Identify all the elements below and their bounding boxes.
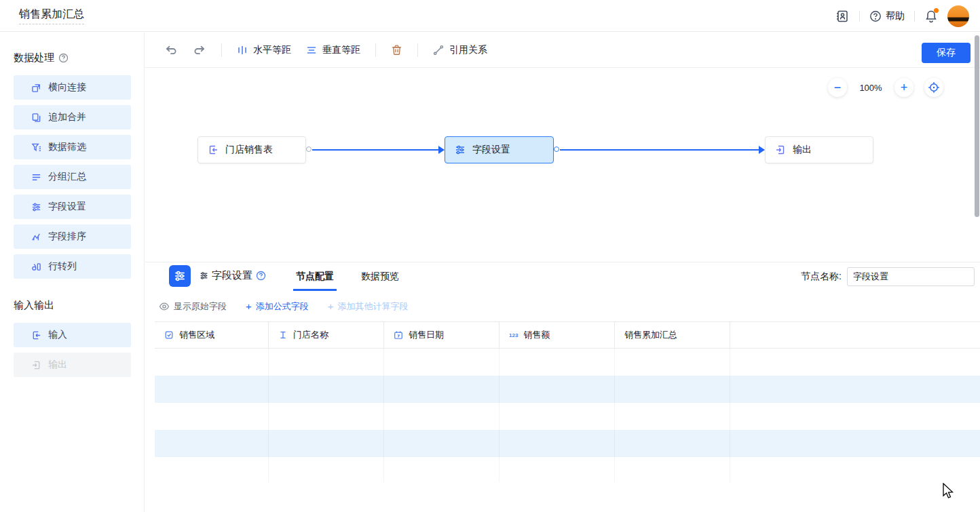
- table-cell: [730, 403, 980, 430]
- panel-header: 字段设置 节点配置 数据预览 节点名称:: [145, 262, 980, 291]
- contact-book-icon[interactable]: [835, 9, 850, 24]
- sidebar-item-field-sort[interactable]: 字段排序: [14, 224, 131, 249]
- sidebar-item-label: 字段排序: [48, 231, 86, 243]
- sidebar-item-group-summary[interactable]: 分组汇总: [14, 165, 131, 189]
- table-cell: [500, 349, 615, 376]
- column-header-store-name[interactable]: 门店名称: [269, 322, 384, 348]
- sidebar-item-output: 输出: [14, 353, 131, 377]
- sidebar-item-label: 行转列: [48, 260, 77, 273]
- edge-arrowhead: [759, 146, 765, 154]
- horizontal-spacing-button[interactable]: 水平等距: [237, 44, 291, 56]
- table-row: [155, 349, 980, 376]
- zoom-level: 100%: [858, 83, 884, 93]
- table-cell: [269, 376, 384, 403]
- sidebar-item-input[interactable]: 输入: [14, 323, 131, 347]
- number-field-icon: 123: [509, 332, 518, 338]
- zoom-in-button[interactable]: +: [894, 78, 913, 97]
- column-label: 销售日期: [409, 329, 444, 341]
- column-header-sales-date[interactable]: 销售日期: [384, 322, 500, 348]
- column-header-filler: [730, 322, 980, 348]
- table-cell: [155, 403, 269, 430]
- sidebar-item-join[interactable]: 横向连接: [14, 75, 131, 100]
- add-formula-field-button[interactable]: + 添加公式字段: [246, 300, 309, 313]
- output-port[interactable]: [554, 146, 559, 152]
- table-cell: [615, 457, 730, 482]
- redo-icon[interactable]: [193, 43, 206, 57]
- help-icon[interactable]: [256, 271, 266, 281]
- reference-relation-label: 引用关系: [449, 44, 487, 56]
- plus-icon: +: [246, 300, 252, 312]
- edge-fieldsettings-to-output: [560, 149, 764, 151]
- divider: [375, 43, 376, 57]
- node-name-input[interactable]: [847, 267, 975, 286]
- output-port[interactable]: [306, 146, 312, 152]
- sidebar-item-append[interactable]: 追加合并: [14, 105, 131, 130]
- flow-canvas[interactable]: − 100% +: [145, 68, 980, 262]
- zoom-controls: − 100% +: [828, 78, 943, 97]
- zoom-out-button[interactable]: −: [828, 78, 847, 97]
- save-button[interactable]: 保存: [922, 43, 970, 63]
- show-original-fields-button[interactable]: 显示原始字段: [159, 300, 227, 313]
- sidebar-section-data-processing: 数据处理: [14, 52, 54, 64]
- sidebar-item-pivot[interactable]: 行转列: [14, 254, 131, 279]
- main-area: 水平等距 垂直等距 引用关系: [145, 33, 980, 512]
- scrollbar-thumb[interactable]: [975, 35, 979, 217]
- sidebar-item-filter[interactable]: 数据筛选: [14, 135, 131, 159]
- vertical-spacing-label: 垂直等距: [322, 44, 360, 56]
- locate-center-icon[interactable]: [924, 78, 943, 97]
- table-cell: [269, 403, 384, 430]
- append-icon: [31, 113, 41, 123]
- input-icon: [31, 330, 41, 340]
- table-cell: [155, 376, 269, 403]
- node-field-settings[interactable]: 字段设置: [445, 136, 554, 163]
- undo-icon[interactable]: [164, 43, 178, 57]
- table-cell: [730, 376, 980, 403]
- field-settings-icon: [169, 265, 191, 287]
- panel-title-label: 字段设置: [212, 269, 252, 282]
- table-cell: [269, 457, 384, 482]
- top-bar: 销售累加汇总 帮助: [0, 0, 980, 32]
- help-icon[interactable]: [58, 53, 69, 63]
- column-label: 销售区域: [179, 329, 214, 341]
- page-title[interactable]: 销售累加汇总: [19, 7, 84, 24]
- edge-arrowhead: [438, 146, 445, 154]
- node-store-sales-table[interactable]: 门店销售表: [197, 136, 306, 163]
- avatar[interactable]: [947, 5, 969, 27]
- node-output[interactable]: 输出: [765, 136, 873, 163]
- horizontal-spacing-icon: [237, 45, 248, 56]
- table-cell: [155, 349, 269, 376]
- table-cell: [730, 349, 980, 376]
- select-field-icon: [164, 330, 174, 340]
- sliders-icon: [31, 202, 41, 212]
- column-header-sales-cumulative[interactable]: 销售累加汇总: [615, 322, 730, 348]
- sidebar: 数据处理 横向连接 追加合并 数据筛选: [0, 33, 145, 512]
- help-button[interactable]: 帮助: [869, 10, 905, 22]
- join-icon: [31, 83, 41, 93]
- sidebar-item-field-settings[interactable]: 字段设置: [14, 195, 131, 219]
- divider: [221, 43, 222, 57]
- table-cell: [269, 430, 384, 457]
- table-cell: [500, 403, 615, 430]
- output-icon: [31, 360, 41, 370]
- vertical-spacing-button[interactable]: 垂直等距: [306, 44, 360, 56]
- tab-node-config[interactable]: 节点配置: [296, 262, 334, 291]
- edge-input-to-fieldsettings: [312, 149, 444, 151]
- column-header-sales-amount[interactable]: 123 销售额: [500, 322, 615, 348]
- table-cell: [730, 457, 980, 482]
- notification-bell-icon[interactable]: [924, 9, 938, 23]
- horizontal-spacing-label: 水平等距: [253, 44, 291, 56]
- add-other-calc-field-button: + 添加其他计算字段: [328, 300, 409, 313]
- sidebar-section-input-output: 输入输出: [14, 299, 54, 312]
- tab-data-preview[interactable]: 数据预览: [361, 262, 399, 291]
- table-row: [155, 430, 980, 457]
- column-header-sales-region[interactable]: 销售区域: [155, 322, 269, 348]
- sidebar-item-label: 分组汇总: [48, 171, 86, 183]
- delete-icon[interactable]: [391, 44, 402, 56]
- reference-relation-button[interactable]: 引用关系: [433, 44, 487, 56]
- node-label: 输出: [793, 144, 812, 156]
- table-cell: [615, 430, 730, 457]
- sidebar-item-label: 字段设置: [48, 201, 86, 213]
- table-header-row: 销售区域 门店名称: [155, 321, 980, 349]
- table-cell: [384, 457, 500, 482]
- input-icon: [208, 144, 219, 155]
